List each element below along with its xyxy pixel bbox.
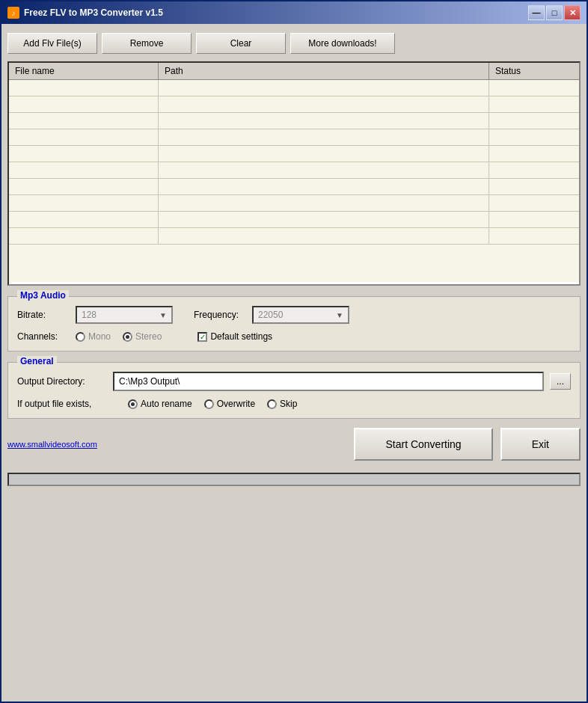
bitrate-value: 128	[82, 310, 97, 320]
skip-label: Skip	[280, 399, 297, 409]
frequency-arrow-icon: ▼	[336, 311, 343, 319]
frequency-select[interactable]: 22050 ▼	[252, 306, 349, 324]
channels-label: Channels:	[17, 331, 70, 342]
table-row	[9, 228, 579, 245]
mp3-audio-section: Mp3 Audio Bitrate: 128 ▼ Frequency: 2205…	[7, 296, 581, 352]
maximize-button[interactable]: □	[546, 5, 563, 20]
bitrate-arrow-icon: ▼	[159, 311, 167, 319]
title-controls: — □ ✕	[528, 5, 581, 20]
channels-row: Channels: Mono Stereo ✓ Default	[17, 331, 571, 342]
exit-button[interactable]: Exit	[500, 428, 581, 461]
channels-radio-group: Mono Stereo	[76, 331, 162, 342]
table-row	[9, 113, 579, 129]
window-body: Add Flv File(s) Remove Clear More downlo…	[1, 24, 587, 702]
app-icon: ♪	[7, 7, 19, 19]
close-button[interactable]: ✕	[564, 5, 581, 20]
main-window: ♪ Freez FLV to MP3 Converter v1.5 — □ ✕ …	[0, 0, 588, 703]
bitrate-label: Bitrate:	[17, 310, 70, 320]
if-exists-label: If output file exists,	[17, 399, 122, 409]
general-legend: General	[17, 356, 57, 366]
start-converting-button[interactable]: Start Converting	[354, 428, 492, 461]
auto-rename-radio[interactable]: Auto rename	[128, 399, 192, 409]
bitrate-select[interactable]: 128 ▼	[76, 306, 173, 324]
default-settings-check-icon[interactable]: ✓	[197, 332, 207, 342]
column-header-path: Path	[159, 63, 489, 79]
auto-rename-label: Auto rename	[141, 399, 192, 409]
default-settings-label: Default settings	[210, 331, 272, 342]
default-settings-checkbox[interactable]: ✓ Default settings	[197, 331, 272, 342]
title-bar-left: ♪ Freez FLV to MP3 Converter v1.5	[7, 7, 163, 19]
title-bar: ♪ Freez FLV to MP3 Converter v1.5 — □ ✕	[1, 1, 587, 24]
mono-radio-button[interactable]	[76, 332, 85, 342]
table-row	[9, 195, 579, 212]
stereo-radio[interactable]: Stereo	[123, 331, 162, 342]
general-section: General Output Directory: ... If output …	[7, 362, 581, 419]
mono-radio[interactable]: Mono	[76, 331, 111, 342]
stereo-radio-button[interactable]	[123, 332, 132, 342]
website-link[interactable]: www.smallvideosoft.com	[7, 440, 97, 449]
minimize-button[interactable]: —	[528, 5, 545, 20]
table-row	[9, 96, 579, 113]
table-row	[9, 212, 579, 228]
progress-bar-container	[7, 473, 581, 486]
file-list-header: File name Path Status	[9, 63, 579, 80]
output-dir-input[interactable]	[113, 372, 544, 391]
frequency-label: Frequency:	[194, 310, 246, 320]
add-flv-button[interactable]: Add Flv File(s)	[7, 33, 97, 54]
overwrite-label: Overwrite	[217, 399, 255, 409]
skip-radio[interactable]: Skip	[267, 399, 297, 409]
output-dir-row: Output Directory: ...	[17, 372, 571, 391]
column-header-filename: File name	[9, 63, 159, 79]
stereo-label: Stereo	[135, 331, 162, 342]
browse-button[interactable]: ...	[550, 373, 571, 390]
remove-button[interactable]: Remove	[102, 33, 192, 54]
mp3-audio-legend: Mp3 Audio	[17, 290, 69, 301]
column-header-status: Status	[489, 63, 579, 79]
table-row	[9, 80, 579, 96]
table-row	[9, 146, 579, 162]
window-title: Freez FLV to MP3 Converter v1.5	[24, 7, 163, 18]
table-row	[9, 129, 579, 146]
exists-radio-group: Auto rename Overwrite Skip	[128, 399, 297, 409]
overwrite-radio-button[interactable]	[204, 399, 214, 409]
overwrite-radio[interactable]: Overwrite	[204, 399, 255, 409]
output-dir-input-group: ...	[113, 372, 571, 391]
toolbar: Add Flv File(s) Remove Clear More downlo…	[7, 30, 581, 57]
bitrate-row: Bitrate: 128 ▼ Frequency: 22050 ▼	[17, 306, 571, 324]
file-list-container: File name Path Status	[7, 61, 581, 286]
table-row	[9, 179, 579, 195]
bottom-bar: www.smallvideosoft.com Start Converting …	[7, 423, 581, 465]
table-row	[9, 162, 579, 179]
more-downloads-button[interactable]: More downloads!	[290, 33, 395, 54]
frequency-value: 22050	[258, 310, 283, 320]
file-list-rows	[9, 80, 579, 282]
auto-rename-radio-button[interactable]	[128, 399, 138, 409]
if-exists-row: If output file exists, Auto rename Overw…	[17, 399, 571, 409]
mono-label: Mono	[88, 331, 111, 342]
clear-button[interactable]: Clear	[196, 33, 286, 54]
output-dir-label: Output Directory:	[17, 376, 107, 387]
skip-radio-button[interactable]	[267, 399, 277, 409]
action-buttons: Start Converting Exit	[354, 428, 581, 461]
